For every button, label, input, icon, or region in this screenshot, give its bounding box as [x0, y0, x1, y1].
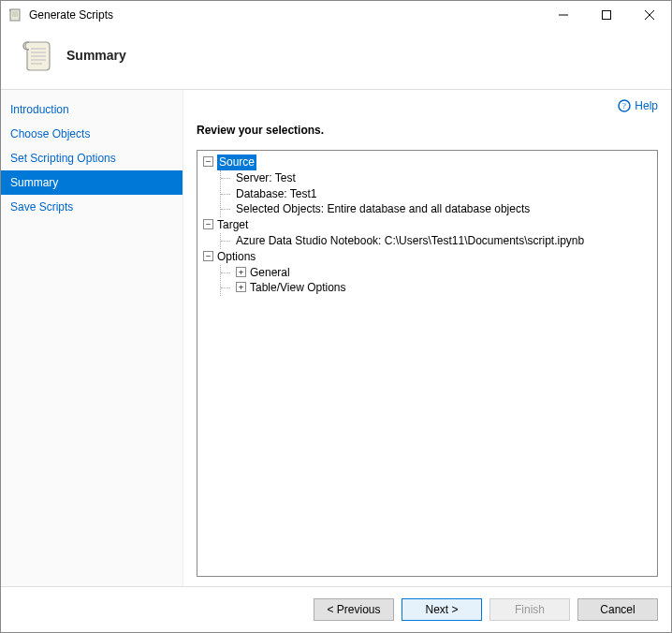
- tree-children-source: Server: Test Database: Test1 Selected Ob…: [220, 170, 651, 217]
- tree-leaf-database[interactable]: Database: Test1: [232, 186, 651, 202]
- minimize-button[interactable]: [542, 1, 585, 29]
- help-label: Help: [635, 99, 658, 112]
- leaf-key: Azure Data Studio Notebook:: [236, 234, 381, 247]
- cancel-button[interactable]: Cancel: [577, 598, 658, 621]
- leaf-val: C:\Users\Test11\Documents\script.ipynb: [385, 234, 584, 247]
- leaf-key: Server:: [236, 171, 272, 184]
- scroll-icon: [18, 37, 55, 74]
- tree-leaf-server[interactable]: Server: Test: [232, 170, 651, 186]
- tree-label-target[interactable]: Target: [217, 217, 248, 233]
- previous-button[interactable]: < Previous: [314, 598, 394, 621]
- collapse-icon[interactable]: −: [203, 219, 213, 229]
- tree-label-source[interactable]: Source: [217, 155, 256, 170]
- button-row: < Previous Next > Finish Cancel: [1, 586, 671, 632]
- help-row: ? Help: [197, 99, 658, 112]
- help-link[interactable]: ? Help: [618, 99, 658, 112]
- svg-text:?: ?: [622, 101, 626, 110]
- sidebar-item-summary[interactable]: Summary: [1, 170, 183, 195]
- svg-rect-0: [10, 9, 20, 21]
- collapse-icon[interactable]: −: [203, 251, 213, 261]
- main-panel: ? Help Review your selections. − Source …: [183, 90, 671, 586]
- window-controls: [542, 1, 671, 29]
- content: Introduction Choose Objects Set Scriptin…: [1, 90, 671, 586]
- tree-node-options[interactable]: − Options: [203, 249, 651, 265]
- tree-children-target: Azure Data Studio Notebook: C:\Users\Tes…: [220, 233, 651, 249]
- instruction-text: Review your selections.: [197, 124, 658, 137]
- tree-label-tableview[interactable]: Table/View Options: [250, 280, 346, 296]
- window-title: Generate Scripts: [29, 8, 542, 22]
- tree-leaf-selected-objects[interactable]: Selected Objects: Entire database and al…: [232, 201, 651, 217]
- help-icon: ?: [618, 99, 631, 112]
- header: Summary: [1, 29, 671, 90]
- leaf-val: Test: [275, 171, 296, 184]
- leaf-val: Test1: [290, 187, 317, 200]
- svg-rect-5: [603, 11, 611, 20]
- sidebar-item-set-scripting-options[interactable]: Set Scripting Options: [1, 146, 183, 170]
- sidebar: Introduction Choose Objects Set Scriptin…: [1, 90, 183, 586]
- leaf-key: Database:: [236, 187, 287, 200]
- sidebar-item-save-scripts[interactable]: Save Scripts: [1, 195, 183, 219]
- sidebar-item-introduction[interactable]: Introduction: [1, 97, 183, 122]
- page-title: Summary: [66, 48, 126, 63]
- expand-icon[interactable]: +: [236, 282, 246, 292]
- next-button[interactable]: Next >: [402, 598, 482, 621]
- tree-node-tableview[interactable]: + Table/View Options: [232, 280, 651, 296]
- tree-label-general[interactable]: General: [250, 265, 290, 281]
- tree-node-target[interactable]: − Target: [203, 217, 651, 233]
- collapse-icon[interactable]: −: [203, 156, 213, 167]
- sidebar-item-choose-objects[interactable]: Choose Objects: [1, 122, 183, 146]
- tree-node-source[interactable]: − Source: [203, 155, 651, 170]
- leaf-val: Entire database and all database objects: [327, 202, 530, 215]
- close-button[interactable]: [628, 1, 671, 29]
- finish-button: Finish: [489, 598, 570, 621]
- tree-node-general[interactable]: + General: [232, 265, 651, 281]
- scripts-icon: [8, 7, 23, 22]
- tree-children-options: + General + Table/View Options: [220, 265, 651, 297]
- maximize-button[interactable]: [585, 1, 628, 29]
- tree-label-options[interactable]: Options: [217, 249, 256, 265]
- expand-icon[interactable]: +: [236, 267, 246, 277]
- titlebar: Generate Scripts: [1, 1, 671, 29]
- summary-tree: − Source Server: Test Database: Test1 Se…: [197, 150, 658, 577]
- tree-leaf-notebook-path[interactable]: Azure Data Studio Notebook: C:\Users\Tes…: [232, 233, 651, 249]
- leaf-key: Selected Objects:: [236, 202, 324, 215]
